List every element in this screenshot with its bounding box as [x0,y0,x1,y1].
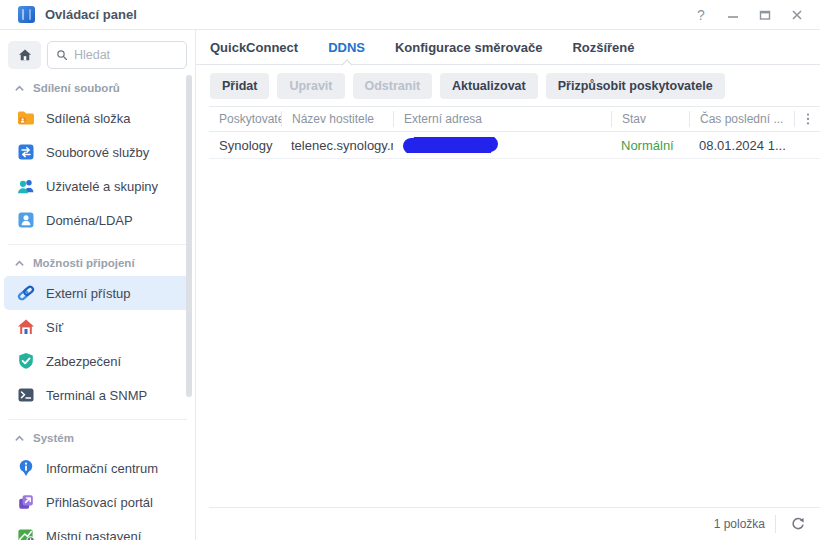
refresh-button[interactable] [786,512,810,536]
search-box [47,41,187,69]
local-settings-icon [16,526,36,540]
security-icon [16,351,36,371]
ddns-table: Poskytovatel... Název hostitele Externí … [196,106,820,540]
sidebar-item-shared-folder[interactable]: Sdílená složka [4,101,191,135]
cell-last-update-time: 08.01.2024 1... [689,138,794,153]
sidebar-item-external-access[interactable]: Externí přístup [4,276,191,310]
update-button[interactable]: Aktualizovat [440,73,538,99]
tab-quickconnect[interactable]: QuickConnect [210,30,298,64]
vertical-dots-icon [802,112,814,126]
window-title: Ovládací panel [45,7,137,22]
refresh-icon [790,516,806,532]
sidebar-item-users-groups[interactable]: Uživatelé a skupiny [4,169,191,203]
cell-status: Normální [611,138,689,153]
domain-ldap-icon [16,210,36,230]
column-header-hostname[interactable]: Název hostitele [281,111,393,127]
sidebar-divider [8,419,187,420]
cell-hostname: telenec.synology.me [281,138,393,153]
redaction-scribble [403,137,498,153]
chevron-up-icon [14,258,25,269]
section-header-system[interactable]: Systém [0,425,195,451]
sidebar-item-regional-options[interactable]: Místní nastavení [4,519,191,540]
tab-router-configuration[interactable]: Konfigurace směrovače [395,30,542,64]
toolbar: Přidat Upravit Odstranit Aktualizovat Př… [196,65,820,106]
sidebar-item-network[interactable]: Síť [4,310,191,344]
add-button[interactable]: Přidat [210,73,269,99]
column-header-status[interactable]: Stav [611,111,689,127]
titlebar-controls: ? [690,4,808,26]
edit-button: Upravit [277,73,344,99]
minimize-icon[interactable] [722,4,744,26]
section-header-connectivity[interactable]: Možnosti připojení [0,250,195,276]
search-icon [56,48,68,62]
table-footer: 1 položka [209,507,820,540]
tab-advanced[interactable]: Rozšířené [572,30,634,64]
cell-external-address [393,137,611,153]
network-icon [16,317,36,337]
table-header-row: Poskytovatel... Název hostitele Externí … [209,106,820,132]
control-panel-window: Ovládací panel ? [0,0,820,540]
delete-button: Odstranit [353,73,433,99]
customize-provider-button[interactable]: Přizpůsobit poskytovatele [546,73,725,99]
column-header-last-update-time[interactable]: Čas poslední ... [689,111,794,127]
login-portal-icon [16,492,36,512]
chevron-up-icon [14,83,25,94]
search-input[interactable] [74,48,178,62]
section-header-file-sharing[interactable]: Sdílení souborů [0,75,195,101]
sidebar-item-info-center[interactable]: Informační centrum [4,451,191,485]
tab-bar: QuickConnect DDNS Konfigurace směrovače … [196,30,820,65]
sidebar-scrollbar[interactable] [186,75,192,397]
home-button[interactable] [8,41,41,69]
column-header-provider[interactable]: Poskytovatel... [209,111,281,127]
info-center-icon [16,458,36,478]
help-icon[interactable]: ? [690,4,712,26]
home-icon [17,47,33,63]
users-groups-icon [16,176,36,196]
titlebar: Ovládací panel ? [0,0,820,30]
terminal-icon [16,385,36,405]
sidebar-item-login-portal[interactable]: Přihlašovací portál [4,485,191,519]
maximize-icon[interactable] [754,4,776,26]
external-access-icon [16,283,36,303]
column-header-external-address[interactable]: Externí adresa [393,111,611,127]
file-services-icon [16,142,36,162]
sidebar-item-file-services[interactable]: Souborové služby [4,135,191,169]
sidebar-item-domain-ldap[interactable]: Doména/LDAP [4,203,191,237]
chevron-up-icon [14,433,25,444]
item-count: 1 položka [714,517,765,531]
sidebar-item-security[interactable]: Zabezpečení [4,344,191,378]
shared-folder-icon [16,108,36,128]
tab-ddns[interactable]: DDNS [328,30,365,64]
sidebar: Sdílení souborů Sdílená složka Souborové… [0,30,196,540]
sidebar-divider [8,244,187,245]
control-panel-app-icon [18,6,35,23]
sidebar-item-terminal-snmp[interactable]: Terminál a SNMP [4,378,191,412]
cell-provider: Synology [209,138,281,153]
table-row[interactable]: Synology telenec.synology.me Normální 08… [209,132,820,159]
close-icon[interactable] [786,4,808,26]
main-panel: QuickConnect DDNS Konfigurace směrovače … [196,30,820,540]
footer-divider [775,515,776,533]
column-options-menu[interactable] [794,111,820,127]
